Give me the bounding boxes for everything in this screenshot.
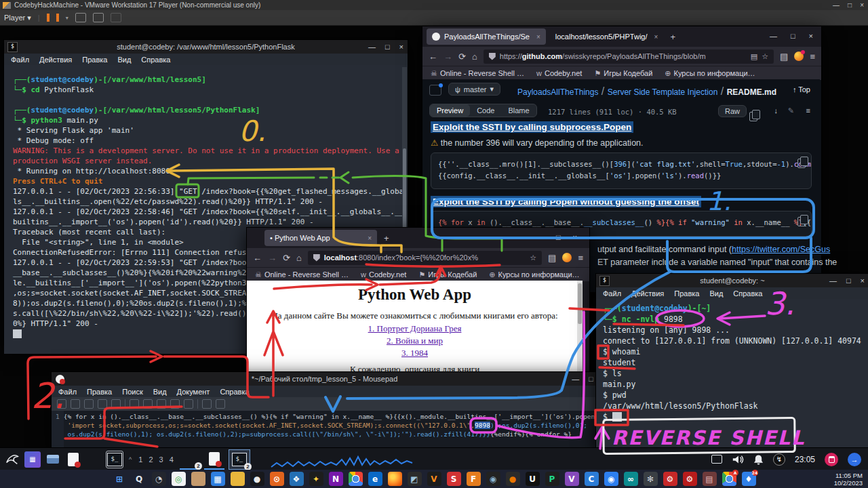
close-doc-icon[interactable] (111, 399, 121, 409)
branch-selector[interactable]: ψ master▾ (448, 83, 500, 96)
explorer-app[interactable] (231, 472, 245, 486)
workstation-app[interactable]: ✦ (309, 472, 323, 486)
heading-subprocess-popen[interactable]: Exploit the SSTI by calling subprocess.P… (431, 121, 633, 133)
dark-app[interactable]: ● (250, 472, 264, 486)
edge-app[interactable]: e (368, 472, 382, 486)
menu-view[interactable]: Вид (153, 388, 167, 396)
minimize-icon[interactable]: — (368, 43, 376, 51)
calendar-app[interactable]: ▦ (211, 472, 225, 486)
unreal-app[interactable]: U (526, 472, 540, 486)
close-icon[interactable]: × (573, 233, 577, 241)
crumb-folder[interactable]: Server Side Template Injection (608, 87, 718, 97)
menu-edit[interactable]: Правка (674, 289, 699, 298)
url-bar[interactable]: https://github.com/swisskyrepo/PayloadsA… (484, 49, 774, 64)
home-icon[interactable]: ⌂ (296, 253, 302, 263)
undo-icon[interactable] (130, 399, 139, 409)
tab-preview[interactable]: Preview (430, 104, 470, 117)
maps-app[interactable]: ♦24 (742, 472, 756, 486)
task-firefox[interactable]: 2 (180, 449, 200, 470)
sidebar-toggle-icon[interactable] (429, 85, 441, 96)
terminal-right-output[interactable]: ┌──(student@codeby)-[~]└─$ nc -nvlp 9898… (596, 299, 868, 451)
pause-caret-icon[interactable]: ▾ (66, 15, 68, 21)
task-mousepad[interactable] (204, 449, 224, 470)
pocket-icon[interactable]: ▤ (548, 253, 556, 263)
mousepad-editor[interactable]: 1 {% for x in ().__class__.__base__.__su… (52, 411, 597, 448)
search-icon[interactable]: Q (132, 472, 146, 486)
player-menu[interactable]: Player ▾ (4, 14, 31, 22)
tab-python-web-app[interactable]: • Python Web App × (264, 230, 377, 246)
minimize-icon[interactable]: — (770, 32, 777, 40)
bookmark-reverse-shell[interactable]: ☠Online - Reverse Shell … (431, 69, 524, 78)
open-icon[interactable] (71, 399, 80, 409)
menu-help[interactable]: Справка (220, 388, 249, 396)
code-block-subprocess[interactable]: {{''.__class__.mro()[1].__subclasses__()… (431, 152, 812, 189)
tab-code[interactable]: Code (470, 104, 501, 117)
copy-raw-icon[interactable] (755, 106, 763, 119)
pocket-icon[interactable]: ▤ (780, 52, 788, 62)
redo-icon[interactable] (143, 399, 153, 409)
back-icon[interactable]: ← (253, 253, 262, 263)
chrome-app[interactable] (349, 472, 363, 486)
menu-edit[interactable]: Правка (87, 388, 112, 396)
minimize-icon[interactable]: — (536, 233, 544, 241)
raw-button[interactable]: Raw (718, 105, 747, 117)
menu-view[interactable]: Вид (117, 56, 131, 64)
new-tab-button[interactable]: + (384, 233, 389, 243)
bookmark-star-icon[interactable]: ☆ (530, 253, 536, 262)
replace-icon[interactable] (216, 399, 225, 409)
tracking-shield-icon[interactable] (313, 254, 320, 262)
account-icon[interactable] (562, 253, 572, 262)
fullscreen-icon[interactable] (93, 13, 104, 22)
task-terminal[interactable]: $_2 (229, 449, 250, 470)
mousepad-text[interactable]: {% for x in ().__class__.__base__.__subc… (64, 411, 597, 448)
page-scrollbar[interactable] (577, 281, 583, 379)
minimize-icon[interactable]: — (829, 277, 837, 285)
menu-document[interactable]: Документ (177, 388, 210, 396)
bookmark-courses[interactable]: ⊕Курсы по информаци… (665, 69, 755, 78)
new-tab-button[interactable]: + (670, 32, 675, 42)
bookmark-games[interactable]: ⚑Игры Кодебай (594, 69, 652, 78)
bookmark-reverse-shell[interactable]: ☠Online - Reverse Shell … (255, 270, 349, 279)
tab-close-icon[interactable]: × (654, 33, 658, 41)
target-app[interactable]: ◎ (172, 472, 186, 486)
panel-chevron-icon[interactable]: ^ (129, 456, 132, 463)
workspace-switcher[interactable]: 1 2 3 4 (138, 455, 176, 464)
cut-icon[interactable] (157, 399, 166, 409)
tab-close-icon[interactable]: × (368, 235, 372, 242)
vmware-minimize-icon[interactable]: — (833, 1, 840, 9)
copy-code-icon[interactable] (797, 217, 806, 226)
menu-search[interactable]: Поиск (122, 388, 142, 396)
close-icon[interactable]: × (861, 277, 865, 285)
bookmark-games[interactable]: ⚑Игры Кодебай (418, 270, 477, 279)
timer-app[interactable]: ⊙ (270, 472, 284, 486)
pin-app[interactable]: ◉ (604, 472, 618, 486)
notifications-panel-icon[interactable] (711, 455, 722, 464)
url-bar[interactable]: localhost:8080/index?book={%%20for%20x% … (308, 251, 542, 265)
copy-code-icon[interactable] (797, 159, 806, 168)
new-doc-icon[interactable] (57, 399, 66, 409)
menu-help[interactable]: Справка (733, 289, 762, 298)
bookmark-courses[interactable]: ⊕Курсы по информаци… (489, 270, 579, 279)
terminal-left-titlebar[interactable]: $ student@codeby: /var/www/html/lesson5/… (4, 40, 408, 54)
vm-pause-icon[interactable] (47, 14, 59, 22)
download-icon[interactable]: ↓ (774, 106, 778, 115)
book-link-3[interactable]: 3. 1984 (247, 348, 583, 359)
start-button[interactable]: ⊞ (113, 472, 127, 486)
reload-icon[interactable]: ⟳ (458, 52, 466, 62)
windows-clock[interactable]: 11:05 PM 10/2/2023 (834, 470, 863, 488)
save-icon[interactable] (84, 399, 94, 409)
redgear2-app[interactable]: ⚙ (683, 472, 697, 486)
home-icon[interactable]: ⌂ (472, 52, 477, 62)
onenote-app[interactable]: N (329, 472, 343, 486)
menu-view[interactable]: Вид (709, 289, 723, 298)
lens-app[interactable]: ◉ (486, 472, 500, 486)
menu-help[interactable]: Справка (141, 56, 170, 64)
vmware-app[interactable]: ❖ (290, 472, 304, 486)
book-link-2[interactable]: 2. Война и мир (247, 336, 583, 346)
hamburger-menu-icon[interactable]: ≡ (578, 253, 583, 263)
volume-icon[interactable] (732, 454, 744, 465)
f-app[interactable]: F (467, 472, 481, 486)
visualstudio-app[interactable]: V (565, 472, 579, 486)
pycharm-app[interactable]: P (545, 472, 559, 486)
portrait-app[interactable] (191, 472, 205, 486)
